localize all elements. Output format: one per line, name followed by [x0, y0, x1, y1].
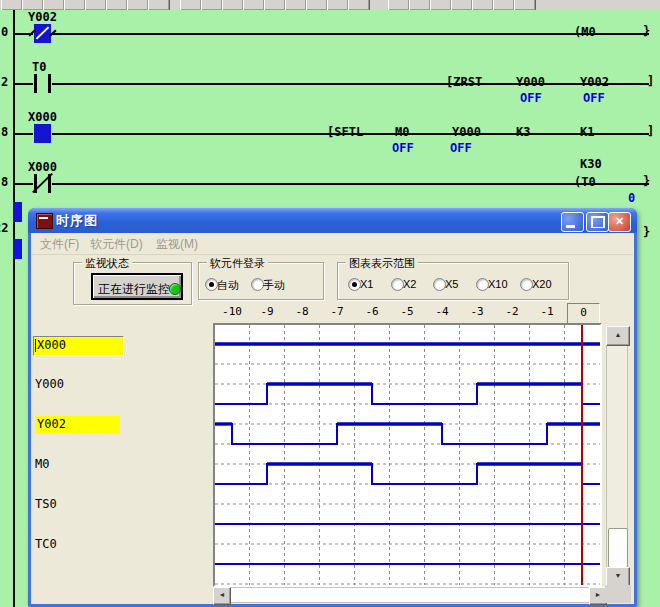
ladder-monitor-value: OFF [583, 92, 605, 105]
tick-label: -3 [462, 305, 492, 318]
tick-label: -10 [217, 305, 247, 318]
ladder-instruction-text: M0 [395, 126, 409, 139]
ladder-instruction-text: } [643, 25, 650, 38]
ladder-instruction-text: K30 [580, 158, 602, 171]
monitoring-led-icon [169, 283, 181, 295]
window-title: 时序图 [56, 212, 98, 230]
ladder-contact-no-off [33, 74, 52, 93]
ladder-monitor-value: OFF [392, 142, 414, 155]
range-radio-label: X1 [360, 278, 373, 290]
ladder-monitor-value: 0 [628, 192, 635, 205]
ladder-left-rail [13, 10, 15, 607]
monitor-status-group-title: 监视状态 [82, 256, 132, 271]
gx-developer-screen: 028822Y002T0X000X000(M0}[ZRSTY000Y002]OF… [0, 0, 660, 607]
tick-label: -4 [427, 305, 457, 318]
signal-label-y002[interactable]: Y002 [35, 416, 120, 434]
scroll-left-button[interactable]: ◄ [213, 587, 231, 605]
ladder-instruction-text: Y002 [580, 76, 609, 89]
ladder-cursor-block [13, 239, 22, 259]
contact-energized-fill [34, 124, 51, 143]
tick-label: -7 [322, 305, 352, 318]
signal-label-x000[interactable]: X000 [33, 336, 124, 356]
device-radio-label: 手动 [263, 278, 285, 293]
maximize-button[interactable] [586, 212, 609, 232]
ladder-contact-no-on [33, 124, 52, 143]
signal-label-tc0[interactable]: TC0 [35, 536, 57, 552]
ladder-instruction-text: ] [647, 75, 654, 88]
contact-bar [48, 74, 51, 93]
arrow-up-icon: ▲ [615, 331, 622, 338]
range-radio-label: X10 [488, 278, 508, 290]
maximize-icon [591, 216, 605, 228]
scrollbar-corner [605, 585, 631, 603]
tick-label: -5 [392, 305, 422, 318]
minimize-button[interactable] [561, 212, 584, 232]
waveform-y002 [215, 424, 600, 444]
ladder-instruction-text: } [643, 226, 650, 239]
arrow-right-icon: ► [595, 591, 602, 598]
device-registration-group-title: 软元件登录 [207, 256, 268, 271]
waveform-m0 [215, 464, 600, 484]
ladder-rung-line [14, 183, 649, 185]
minimize-icon [566, 225, 575, 228]
signal-label-text: M0 [35, 457, 49, 471]
signal-label-text: TS0 [35, 497, 57, 511]
h-scrollbar[interactable] [213, 587, 605, 603]
contact-bar [34, 74, 37, 93]
ladder-rung-line [14, 83, 649, 85]
timing-chart-window-icon [36, 213, 53, 229]
current-time-box: 0 [567, 303, 600, 324]
ladder-contact-nc-on [33, 24, 52, 43]
tick-label: -9 [252, 305, 282, 318]
ladder-contact-nc-off [33, 174, 52, 193]
tick-label: -1 [532, 305, 562, 318]
signal-label-text: Y002 [37, 417, 66, 431]
chart-range-group-title: 图表表示范围 [346, 256, 418, 271]
signal-label-text: Y000 [35, 377, 64, 391]
menu-item-m[interactable]: 监视(M) [156, 236, 198, 253]
close-icon: ✕ [615, 215, 624, 227]
ladder-step-number: 8 [1, 176, 8, 189]
ladder-instruction-text: ] [647, 125, 654, 138]
timing-chart-window: 时序图 ✕ 文件(F)软元件(D)监视(M) 监视状态 正在进行监控 软元件登录… [28, 208, 637, 607]
menu-item-f[interactable]: 文件(F) [40, 236, 79, 253]
ladder-step-number: 8 [1, 126, 8, 139]
device-radio-label: 自动 [217, 278, 239, 293]
ladder-instruction-text: K3 [516, 126, 530, 139]
range-radio-label: X20 [532, 278, 552, 290]
monitoring-button-label: 正在进行监控 [98, 282, 170, 296]
ladder-cursor-block [13, 202, 22, 222]
titlebar[interactable]: 时序图 ✕ [28, 208, 637, 233]
menu-bar: 文件(F)软元件(D)监视(M) [32, 233, 633, 255]
v-scrollbar-thumb[interactable] [608, 528, 628, 568]
signal-label-text: X000 [37, 338, 66, 352]
close-button[interactable]: ✕ [608, 212, 631, 232]
menu-item-d[interactable]: 软元件(D) [90, 236, 143, 253]
scroll-down-button[interactable]: ▼ [606, 567, 630, 587]
signal-label-m0[interactable]: M0 [35, 456, 49, 472]
ladder-instruction-text: K1 [580, 126, 594, 139]
tick-label: -6 [357, 305, 387, 318]
radio-dot [209, 282, 214, 287]
range-radio-label: X5 [445, 278, 458, 290]
monitoring-button[interactable]: 正在进行监控 [91, 273, 183, 300]
scroll-up-button[interactable]: ▲ [606, 326, 630, 346]
signal-label-ts0[interactable]: TS0 [35, 496, 57, 512]
tick-label: -8 [287, 305, 317, 318]
ladder-instruction-text: } [643, 175, 650, 188]
radio-dot [352, 282, 357, 287]
signal-label-y000[interactable]: Y000 [35, 376, 64, 392]
ladder-instruction-text: Y000 [452, 126, 481, 139]
ladder-step-number: 22 [0, 222, 8, 235]
ladder-instruction-text: [ZRST [446, 76, 482, 89]
arrow-down-icon: ▼ [615, 572, 622, 579]
tick-label: -2 [497, 305, 527, 318]
ladder-step-number: 2 [1, 76, 8, 89]
ladder-instruction-text: [SFTL [327, 126, 363, 139]
ladder-device-label: X000 [28, 111, 57, 124]
ladder-device-label: T0 [32, 61, 46, 74]
ladder-instruction-text: (T0 [574, 176, 596, 189]
waveform-y000 [215, 384, 600, 404]
ladder-monitor-value: OFF [450, 142, 472, 155]
ladder-monitor-value: OFF [520, 92, 542, 105]
